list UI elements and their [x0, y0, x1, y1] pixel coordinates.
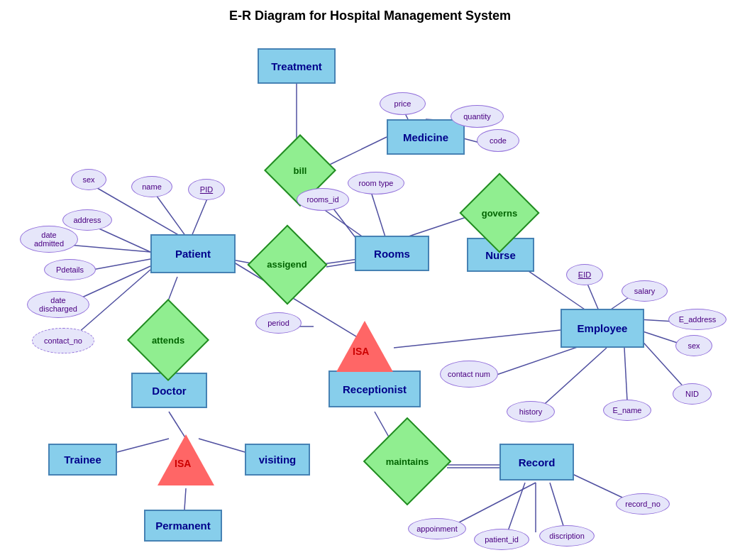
attr-nid: NID — [673, 383, 712, 405]
attr-appoinment: appoinment — [408, 518, 466, 539]
attr-contact-num: contact num — [440, 361, 498, 388]
attr-record-no: record_no — [616, 493, 670, 515]
diagram-title: E-R Diagram for Hospital Management Syst… — [229, 9, 511, 23]
attr-price: price — [380, 92, 426, 115]
entity-trainee: Trainee — [48, 444, 117, 476]
attr-name: name — [131, 176, 172, 197]
attr-discription: discription — [539, 525, 595, 547]
diamond-bill: bill — [268, 149, 332, 192]
attr-period: period — [255, 312, 302, 334]
attr-sex: sex — [71, 169, 106, 190]
attr-contact-no: contact_no — [32, 328, 94, 353]
entity-employee: Employee — [560, 309, 644, 348]
diamond-maintains: maintains — [369, 440, 446, 483]
attr-sex2: sex — [675, 335, 712, 356]
svg-line-18 — [326, 262, 358, 267]
entity-patient: Patient — [150, 234, 236, 273]
er-diagram: E-R Diagram for Hospital Management Syst… — [0, 0, 740, 560]
entity-medicine: Medicine — [387, 119, 465, 155]
attr-rooms-id: rooms_id — [297, 188, 349, 211]
isa-doctor-label: ISA — [175, 458, 191, 469]
svg-line-47 — [184, 488, 186, 510]
attr-code: code — [477, 129, 519, 152]
diamond-governs: governs — [465, 193, 534, 233]
entity-permanent: Permanent — [144, 510, 222, 542]
svg-line-17 — [323, 259, 358, 264]
entity-record: Record — [499, 444, 574, 481]
attr-quantity: quantity — [451, 105, 504, 128]
isa-employee-label: ISA — [353, 346, 369, 357]
attr-date-admitted: date admitted — [20, 226, 78, 253]
attr-pid: PID — [188, 179, 225, 200]
attr-history: history — [507, 401, 555, 422]
attr-e-name: E_name — [603, 400, 651, 421]
attr-salary: salary — [622, 280, 668, 302]
attr-e-address: E_address — [668, 309, 727, 330]
entity-treatment: Treatment — [258, 48, 336, 84]
diamond-attends: attends — [133, 319, 203, 361]
attr-patient-id: patient_id — [474, 529, 529, 550]
svg-line-26 — [394, 330, 560, 348]
attr-pdetails: Pdetails — [44, 259, 96, 280]
entity-receptionist: Receptionist — [328, 370, 421, 407]
entity-rooms: Rooms — [355, 236, 429, 271]
attr-date-discharged: date discharged — [27, 291, 89, 318]
attr-address: address — [62, 209, 112, 231]
diamond-assigend: assigend — [250, 245, 324, 284]
entity-visiting: visiting — [245, 444, 310, 476]
attr-eid: EID — [566, 264, 603, 285]
attr-room-type: room type — [348, 172, 404, 194]
